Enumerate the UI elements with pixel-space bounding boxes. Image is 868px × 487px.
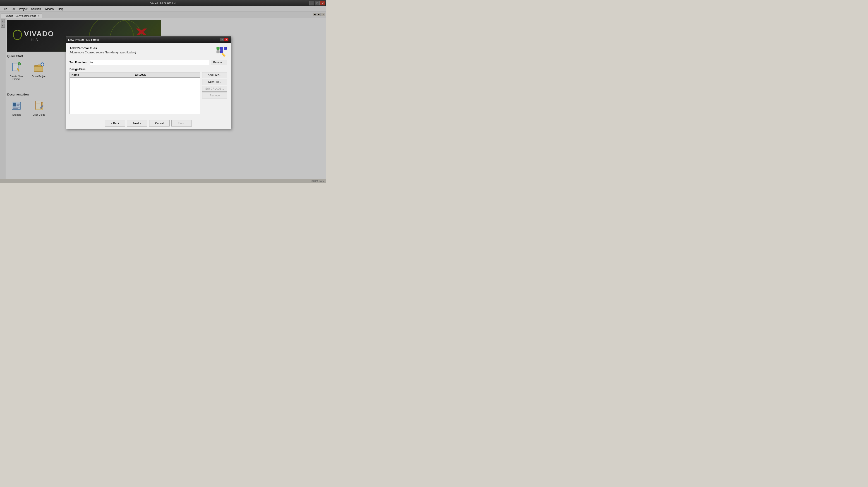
svg-rect-37 <box>217 51 219 53</box>
top-function-row: Top Function: Browse... <box>69 60 227 65</box>
dialog-close-button[interactable]: ✕ <box>224 38 228 41</box>
dialog-title-buttons: □ ✕ <box>220 38 228 41</box>
files-table-header: Name CFLAGS <box>70 72 200 77</box>
dialog-section-title: Add/Remove Files <box>69 46 136 50</box>
new-file-button[interactable]: New File... <box>202 79 227 85</box>
browse-button[interactable]: Browse... <box>211 60 227 65</box>
svg-rect-35 <box>220 47 223 50</box>
svg-rect-34 <box>217 47 219 50</box>
edit-cflags-button[interactable]: Edit CFLAGS... <box>202 86 227 92</box>
files-table-body <box>70 77 200 114</box>
next-button[interactable]: Next > <box>127 120 147 127</box>
dialog-body: Add/Remove Files Add/remove C-based sour… <box>66 43 231 118</box>
top-function-input[interactable] <box>89 60 209 65</box>
finish-button[interactable]: Finish <box>172 120 192 127</box>
back-button[interactable]: < Back <box>105 120 125 127</box>
dialog-header-icon-box <box>216 46 227 57</box>
table-col-name: Name <box>71 73 135 76</box>
files-area: Name CFLAGS Add Files... New File... Edi… <box>69 72 227 114</box>
table-col-cflags: CFLAGS <box>135 73 198 76</box>
svg-rect-36 <box>224 47 227 50</box>
files-table-container: Name CFLAGS <box>69 72 200 114</box>
dialog-section-subtitle: Add/remove C-based source files (design … <box>69 51 136 54</box>
design-files-label: Design Files <box>69 68 227 71</box>
dialog-footer: < Back Next > Cancel Finish <box>66 118 231 129</box>
dialog-header: Add/Remove Files Add/remove C-based sour… <box>69 46 227 57</box>
dialog-title: New Vivado HLS Project <box>68 38 100 41</box>
add-files-button[interactable]: Add Files... <box>202 72 227 78</box>
new-project-dialog: New Vivado HLS Project □ ✕ Add/Remove Fi… <box>66 36 231 129</box>
cancel-button[interactable]: Cancel <box>149 120 169 127</box>
dialog-header-text: Add/Remove Files Add/remove C-based sour… <box>69 46 136 54</box>
dialog-header-icon <box>216 46 227 57</box>
dialog-maximize-button[interactable]: □ <box>220 38 224 41</box>
top-function-label: Top Function: <box>69 61 87 64</box>
remove-button[interactable]: Remove <box>202 93 227 98</box>
dialog-titlebar: New Vivado HLS Project □ ✕ <box>66 36 231 43</box>
svg-rect-38 <box>220 51 223 53</box>
files-buttons: Add Files... New File... Edit CFLAGS... … <box>202 72 227 114</box>
